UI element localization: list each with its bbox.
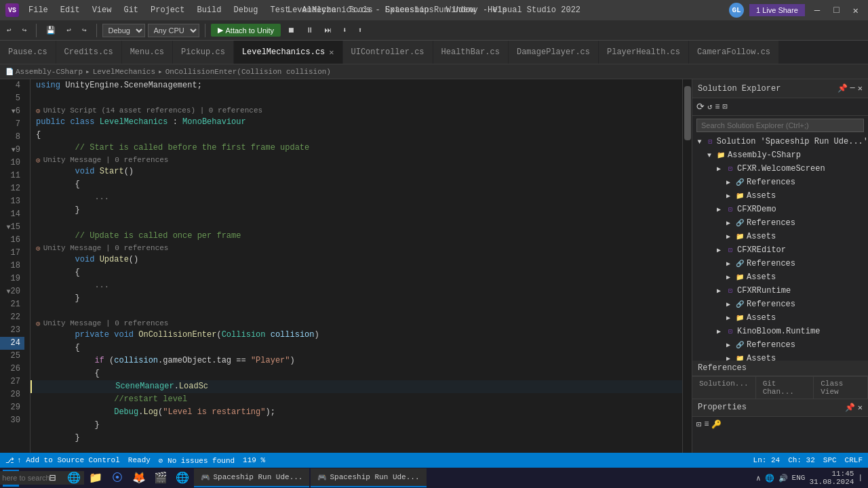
show-desktop-icon[interactable]: | [858,474,863,482]
taskbar-apowersoft-icon[interactable]: 🎬 [151,468,171,487]
solution-explorer-search[interactable] [696,119,864,132]
taskbar-browser-icon[interactable]: 🌐 [172,468,193,487]
taskbar-chrome-icon[interactable]: ⦿ [107,468,127,487]
network-icon[interactable]: 🌐 [765,474,774,483]
se-filter-icon[interactable]: ≡ [715,102,719,112]
code-editor[interactable]: 4 5 ▼6 7 8 ▼9 10 11 12 13 14 ▼15 16 17 1… [0,79,692,453]
toolbar-step[interactable]: ⏭ [320,24,336,36]
tab-camerafollow[interactable]: CameraFollow.cs [689,41,779,64]
taskbar-search-icon[interactable] [20,468,41,487]
tree-cfxrruntime[interactable]: ▶ ⊡ CFXRRuntime [692,284,868,298]
tree-cfxr-welcome[interactable]: ▶ ⊡ CFXR.WelcomeScreen [692,162,868,176]
prop-icon1[interactable]: ⊡ [696,420,701,430]
se-sync-icon[interactable]: ⟳ [696,101,705,113]
up-arrow-icon[interactable]: ∧ [756,474,761,483]
menu-file[interactable]: File [23,4,54,16]
toolbar-step-in[interactable]: ⬇ [338,24,351,36]
minimize-button[interactable]: — [810,5,824,16]
volume-icon[interactable]: 🔊 [778,474,788,483]
menu-edit[interactable]: Edit [55,4,85,16]
tree-cfxrruntime-refs[interactable]: ▶ 🔗 References [692,298,868,311]
tab-pause[interactable]: Pause.cs [0,41,56,64]
tree-solution-root[interactable]: ▼ ⊡ Solution 'Spaceship Run Ude...' [692,135,868,148]
toolbar-save[interactable]: 💾 [42,24,60,36]
tab-pickup[interactable]: Pickup.cs [173,41,234,64]
tree-assembly-csharp[interactable]: ▼ 📁 Assembly-CSharp [692,148,868,162]
tab-healthbar[interactable]: HealthBar.cs [433,41,509,64]
tree-kinobloom-refs[interactable]: ▶ 🔗 References [692,338,868,352]
se-collapse-button[interactable]: — [850,83,855,94]
user-avatar[interactable]: GL [729,3,744,18]
zoom-level[interactable]: 119 % [243,456,265,464]
add-to-source-control[interactable]: ⎇ ↑ Add to Source Control [5,456,120,465]
code-line-27: } [31,419,682,432]
taskbar-edge-icon[interactable]: 🌐 [64,468,84,487]
se-tab-git[interactable]: Git Chan... [756,377,814,399]
menu-project[interactable]: Project [145,4,190,16]
tree-cfxrdemo-refs[interactable]: ▶ 🔗 References [692,216,868,230]
tab-levelmechanics[interactable]: LevelMechanics.cs ✕ [234,41,343,64]
se-pin-button[interactable]: 📌 [837,83,848,94]
solution-explorer-title: Solution Explorer [698,84,781,94]
scrollbar-thumb[interactable] [684,86,691,140]
tab-uicontroller[interactable]: UIController.cs [343,41,433,64]
menu-git[interactable]: Git [118,4,144,16]
tree-cfxrdemo[interactable]: ▶ ⊡ CFXRDemo [692,203,868,216]
se-tab-solution[interactable]: Solution... [692,377,756,399]
menu-build[interactable]: Build [191,4,226,16]
toolbar-pause[interactable]: ⏸ [302,24,317,36]
toolbar-step-out[interactable]: ⬆ [354,24,367,36]
close-button[interactable]: ✕ [849,5,863,16]
code-content[interactable]: using UnityEngine.SceneManagement; ⊙ Uni… [31,79,682,453]
tab-playerhealth[interactable]: PlayerHealth.cs [599,41,689,64]
tree-kinobloom[interactable]: ▶ ⊡ KinoBloom.Runtime [692,325,868,338]
live-share-button[interactable]: 1 Live Share [749,4,805,16]
se-tab-classview[interactable]: Class View [814,377,868,399]
tree-cfxreditor-refs[interactable]: ▶ 🔗 References [692,257,868,270]
toolbar-redo[interactable]: ↪ [78,24,91,36]
toolbar-stop[interactable]: ⏹ [283,24,299,36]
tab-damageplayer[interactable]: DamagePlayer.cs [509,41,599,64]
line-num-9: ▼9 [0,144,24,157]
taskbar-taskview-icon[interactable]: ⊟ [42,468,62,487]
tab-menu[interactable]: Menu.cs [122,41,173,64]
assets-icon: 📁 [734,190,745,201]
prop-icon2[interactable]: ≡ [704,420,709,430]
collapse-15[interactable]: ▼ [7,221,11,234]
tree-cfxrruntime-assets[interactable]: ▶ 📁 Assets [692,311,868,325]
toolbar-undo[interactable]: ↩ [62,24,75,36]
debug-config-select[interactable]: Debug [102,24,145,37]
attach-to-unity-button[interactable]: ▶ Attach to Unity [211,24,281,37]
hint-line9: ⊙ Unity Message | 0 references [31,155,682,165]
toolbar-back[interactable]: ↩ [3,24,16,36]
tab-credits[interactable]: Credits.cs [56,41,122,64]
assembly-arrow: ▼ [705,152,714,159]
taskbar-spaceship-app1[interactable]: 🎮 Spaceship Run Ude... [194,468,309,487]
maximize-button[interactable]: □ [829,5,843,16]
tree-cfxr-welcome-refs[interactable]: ▶ 🔗 References [692,176,868,189]
tree-cfxr-welcome-assets[interactable]: ▶ 📁 Assets [692,189,868,203]
vertical-scrollbar[interactable] [682,79,692,453]
taskbar-spaceship-app2[interactable]: 🎮 Spaceship Run Ude... [311,468,426,487]
se-refresh-icon[interactable]: ↺ [707,102,712,112]
se-toggle-icon[interactable]: ⊡ [722,102,727,112]
properties-close[interactable]: ✕ [858,403,863,413]
menu-view[interactable]: View [87,4,117,16]
collapse-6[interactable]: ▼ [12,105,16,118]
taskbar-explorer-icon[interactable]: 📁 [85,468,106,487]
tab-close-levelmechanics[interactable]: ✕ [329,47,334,58]
line-num-24: 24 [0,337,24,350]
collapse-20[interactable]: ▼ [7,285,11,298]
tree-cfxreditor[interactable]: ▶ ⊡ CFXREditor [692,243,868,257]
taskbar-firefox-icon[interactable]: 🦊 [129,468,149,487]
tree-cfxrdemo-assets[interactable]: ▶ 📁 Assets [692,230,868,243]
tree-kinobloom-assets[interactable]: ▶ 📁 Assets [692,352,868,361]
collapse-9[interactable]: ▼ [12,144,16,157]
se-close-button[interactable]: ✕ [858,83,863,94]
platform-select[interactable]: Any CPU [148,24,199,37]
menu-debug[interactable]: Debug [228,4,263,16]
prop-icon3[interactable]: 🔑 [711,420,722,430]
tree-cfxreditor-assets[interactable]: ▶ 📁 Assets [692,270,868,284]
properties-pin[interactable]: 📌 [845,403,855,413]
toolbar-forward[interactable]: ↪ [18,24,31,36]
